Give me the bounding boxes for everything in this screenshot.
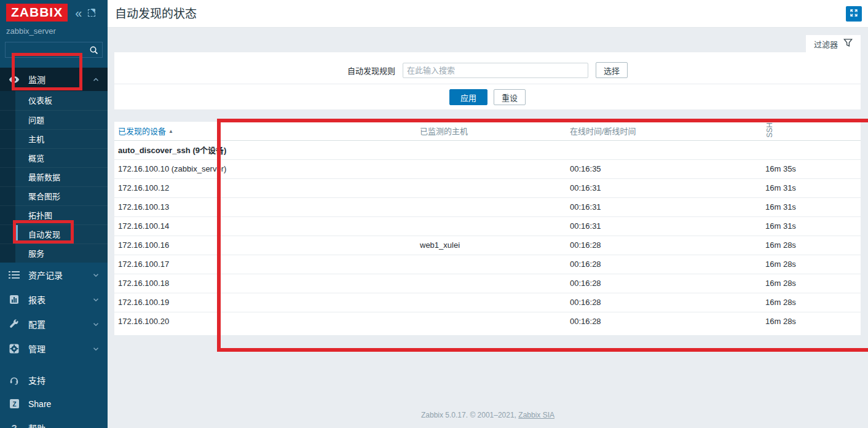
uptime-cell: 00:16:31	[566, 197, 762, 216]
submenu-item-服务[interactable]: 服务	[0, 244, 108, 263]
sidebar-lower-menu: 资产记录报表配置管理	[0, 263, 108, 361]
submenu-item-自动发现[interactable]: 自动发现	[0, 224, 108, 244]
uptime-cell: 00:16:35	[566, 159, 762, 178]
host-cell	[416, 312, 566, 331]
device-cell: 172.16.100.20	[114, 312, 416, 331]
ssh-age-cell: 16m 31s	[762, 197, 861, 216]
pin-sidebar-icon[interactable]: ◥	[88, 9, 95, 17]
support-icon	[9, 375, 20, 385]
filter-tab-label: 过滤器	[814, 38, 838, 50]
sidebar-item-配置[interactable]: 配置	[0, 312, 108, 336]
uptime-cell: 00:16:28	[566, 236, 762, 255]
page-footer: Zabbix 5.0.17. © 2001–2021, Zabbix SIA	[108, 411, 868, 419]
column-discovered-device: 已发现的设备▲	[114, 122, 416, 140]
discovery-rule-input[interactable]	[403, 63, 588, 78]
filter-panel: 自动发现规则 选择 应用 重设	[114, 52, 861, 109]
kiosk-mode-button[interactable]	[846, 6, 862, 22]
host-cell	[416, 159, 566, 178]
uptime-cell: 00:16:28	[566, 293, 762, 312]
chevron-down-icon	[93, 273, 99, 277]
help-icon: ?	[9, 422, 20, 428]
zabbix-sia-link[interactable]: Zabbix SIA	[518, 411, 554, 419]
device-cell: 172.16.100.13	[114, 197, 416, 216]
chevron-down-icon	[93, 347, 99, 351]
discovery-table: 已发现的设备▲ 已监测的主机 在线时间/断线时间 SSH auto_discov…	[114, 122, 861, 331]
list-icon	[9, 271, 20, 279]
ssh-age-cell: 16m 28s	[762, 255, 861, 274]
discovery-table-card: 已发现的设备▲ 已监测的主机 在线时间/断线时间 SSH auto_discov…	[114, 122, 861, 335]
sidebar-item-报表[interactable]: 报表	[0, 287, 108, 312]
ssh-age-cell: 16m 28s	[762, 236, 861, 255]
svg-text:Z: Z	[12, 401, 16, 408]
column-monitored-host: 已监测的主机	[416, 122, 566, 140]
eye-icon	[9, 76, 20, 84]
search-icon[interactable]	[85, 42, 102, 57]
host-cell: web1_xulei	[416, 236, 566, 255]
uptime-cell: 00:16:31	[566, 178, 762, 197]
table-row: 172.16.100.1800:16:2816m 28s	[114, 274, 861, 293]
device-cell: 172.16.100.10 (zabbix_server)	[114, 159, 416, 178]
search-input[interactable]	[6, 46, 85, 55]
sidebar-item-label: 监测	[28, 73, 45, 85]
wrench-icon	[9, 319, 20, 329]
sidebar-item-支持[interactable]: 支持	[0, 368, 108, 392]
submenu-item-拓扑图[interactable]: 拓扑图	[0, 205, 108, 224]
submenu-item-最新数据[interactable]: 最新数据	[0, 167, 108, 186]
table-row: 172.16.100.10 (zabbix_server)00:16:3516m…	[114, 159, 861, 178]
funnel-icon	[843, 38, 853, 50]
select-button[interactable]: 选择	[596, 62, 628, 78]
sidebar-item-帮助[interactable]: ?帮助	[0, 416, 108, 428]
host-cell	[416, 178, 566, 197]
host-cell	[416, 255, 566, 274]
reset-button[interactable]: 重设	[494, 89, 526, 105]
uptime-cell: 00:16:31	[566, 216, 762, 236]
filter-divider	[114, 84, 861, 84]
table-row: 172.16.100.16web1_xulei00:16:2816m 28s	[114, 236, 861, 255]
ssh-age-cell: 16m 28s	[762, 312, 861, 331]
top-bar: 自动发现的状态	[108, 0, 868, 28]
fullscreen-arrows-icon	[850, 9, 858, 20]
submenu-item-仪表板[interactable]: 仪表板	[0, 91, 108, 110]
filter-tab[interactable]: 过滤器	[806, 35, 861, 52]
sidebar-footer-menu: 支持ZShare?帮助	[0, 368, 108, 428]
gear-icon	[9, 344, 20, 354]
ssh-age-cell: 16m 31s	[762, 216, 861, 236]
ssh-age-cell: 16m 28s	[762, 274, 861, 293]
sidebar-item-monitoring[interactable]: 监测	[0, 68, 108, 91]
zabbix-logo[interactable]: ZABBIX	[6, 4, 68, 22]
device-cell: 172.16.100.19	[114, 293, 416, 312]
device-cell: 172.16.100.14	[114, 216, 416, 236]
device-cell: 172.16.100.18	[114, 274, 416, 293]
uptime-cell: 00:16:28	[566, 274, 762, 293]
collapse-sidebar-icon[interactable]: «	[75, 7, 82, 19]
host-cell	[416, 216, 566, 236]
sidebar-item-资产记录[interactable]: 资产记录	[0, 263, 108, 287]
sidebar-search	[5, 42, 103, 58]
share-icon: Z	[9, 399, 20, 408]
submenu-item-概览[interactable]: 概览	[0, 148, 108, 167]
host-cell	[416, 197, 566, 216]
sort-asc-icon: ▲	[168, 129, 173, 134]
chevron-up-icon	[93, 77, 99, 82]
submenu-item-问题[interactable]: 问题	[0, 110, 108, 129]
report-icon	[9, 295, 20, 304]
sidebar: ZABBIX « ◥ zabbix_server 监测 仪表板问题主机概览最新数…	[0, 0, 108, 428]
screen: ZABBIX « ◥ zabbix_server 监测 仪表板问题主机概览最新数…	[0, 0, 868, 428]
main-area: 自动发现的状态 过滤器 自动发现规则 选择 应用 重设	[108, 0, 868, 428]
discovery-rule-group-row: auto_discover_ssh (9个设备)	[114, 140, 861, 159]
table-row: 172.16.100.1700:16:2816m 28s	[114, 255, 861, 274]
ssh-age-cell: 16m 31s	[762, 178, 861, 197]
ssh-age-cell: 16m 28s	[762, 293, 861, 312]
submenu-item-主机[interactable]: 主机	[0, 129, 108, 148]
submenu-item-聚合图形[interactable]: 聚合图形	[0, 186, 108, 205]
sidebar-item-Share[interactable]: ZShare	[0, 392, 108, 416]
sidebar-item-管理[interactable]: 管理	[0, 336, 108, 361]
ssh-age-cell: 16m 35s	[762, 159, 861, 178]
sort-discovered-device-link[interactable]: 已发现的设备	[118, 127, 166, 136]
uptime-cell: 00:16:28	[566, 255, 762, 274]
discovery-rule-name: auto_discover_ssh (9个设备)	[114, 140, 861, 159]
device-cell: 172.16.100.17	[114, 255, 416, 274]
table-row: 172.16.100.1900:16:2816m 28s	[114, 293, 861, 312]
host-cell	[416, 274, 566, 293]
apply-button[interactable]: 应用	[449, 89, 487, 105]
